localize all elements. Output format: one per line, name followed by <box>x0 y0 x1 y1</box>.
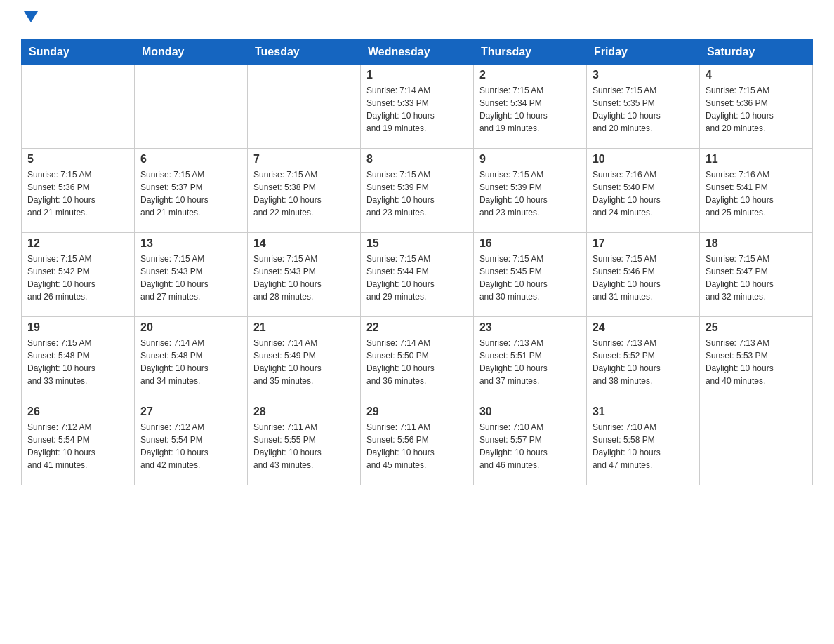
calendar-cell: 3Sunrise: 7:15 AMSunset: 5:35 PMDaylight… <box>586 65 699 149</box>
day-number: 9 <box>479 153 581 166</box>
calendar-cell: 31Sunrise: 7:10 AMSunset: 5:58 PMDayligh… <box>586 401 699 485</box>
day-number: 26 <box>27 405 128 418</box>
day-number: 18 <box>706 237 807 250</box>
day-number: 31 <box>593 405 694 418</box>
calendar-cell: 22Sunrise: 7:14 AMSunset: 5:50 PMDayligh… <box>360 317 473 401</box>
calendar-cell <box>134 65 247 149</box>
calendar-cell: 23Sunrise: 7:13 AMSunset: 5:51 PMDayligh… <box>473 317 586 401</box>
calendar-cell: 13Sunrise: 7:15 AMSunset: 5:43 PMDayligh… <box>134 233 247 317</box>
day-number: 7 <box>253 153 355 166</box>
day-info: Sunrise: 7:15 AMSunset: 5:43 PMDaylight:… <box>253 253 355 303</box>
day-info: Sunrise: 7:15 AMSunset: 5:47 PMDaylight:… <box>706 253 807 303</box>
day-info: Sunrise: 7:15 AMSunset: 5:38 PMDaylight:… <box>253 168 355 219</box>
day-info: Sunrise: 7:13 AMSunset: 5:53 PMDaylight:… <box>706 337 807 387</box>
day-info: Sunrise: 7:16 AMSunset: 5:40 PMDaylight:… <box>593 168 694 219</box>
day-number: 15 <box>366 237 468 250</box>
day-info: Sunrise: 7:15 AMSunset: 5:48 PMDaylight:… <box>27 337 128 387</box>
day-number: 16 <box>479 237 581 250</box>
day-info: Sunrise: 7:14 AMSunset: 5:48 PMDaylight:… <box>140 337 241 387</box>
day-info: Sunrise: 7:10 AMSunset: 5:58 PMDaylight:… <box>593 421 694 471</box>
weekday-header-thursday: Thursday <box>473 40 586 65</box>
day-number: 25 <box>706 321 807 334</box>
day-info: Sunrise: 7:13 AMSunset: 5:51 PMDaylight:… <box>479 337 581 387</box>
day-info: Sunrise: 7:15 AMSunset: 5:35 PMDaylight:… <box>593 84 694 135</box>
weekday-header-tuesday: Tuesday <box>247 40 360 65</box>
day-info: Sunrise: 7:15 AMSunset: 5:36 PMDaylight:… <box>706 84 807 135</box>
calendar-cell: 17Sunrise: 7:15 AMSunset: 5:46 PMDayligh… <box>586 233 699 317</box>
day-info: Sunrise: 7:15 AMSunset: 5:46 PMDaylight:… <box>593 253 694 303</box>
calendar-cell: 9Sunrise: 7:15 AMSunset: 5:39 PMDaylight… <box>473 149 586 233</box>
calendar-cell: 2Sunrise: 7:15 AMSunset: 5:34 PMDaylight… <box>473 65 586 149</box>
day-number: 11 <box>706 153 807 166</box>
day-info: Sunrise: 7:15 AMSunset: 5:34 PMDaylight:… <box>479 84 581 135</box>
day-info: Sunrise: 7:11 AMSunset: 5:56 PMDaylight:… <box>366 421 468 471</box>
day-info: Sunrise: 7:10 AMSunset: 5:57 PMDaylight:… <box>479 421 581 471</box>
day-info: Sunrise: 7:15 AMSunset: 5:39 PMDaylight:… <box>366 168 468 219</box>
calendar-cell <box>22 65 135 149</box>
calendar-cell: 18Sunrise: 7:15 AMSunset: 5:47 PMDayligh… <box>699 233 812 317</box>
calendar-cell: 14Sunrise: 7:15 AMSunset: 5:43 PMDayligh… <box>247 233 360 317</box>
day-number: 30 <box>479 405 581 418</box>
weekday-header-saturday: Saturday <box>699 40 812 65</box>
day-number: 8 <box>366 153 468 166</box>
logo <box>21 14 38 25</box>
day-number: 13 <box>140 237 241 250</box>
day-info: Sunrise: 7:13 AMSunset: 5:52 PMDaylight:… <box>593 337 694 387</box>
day-number: 19 <box>27 321 128 334</box>
day-number: 14 <box>253 237 355 250</box>
calendar-cell: 30Sunrise: 7:10 AMSunset: 5:57 PMDayligh… <box>473 401 586 485</box>
calendar-cell: 1Sunrise: 7:14 AMSunset: 5:33 PMDaylight… <box>360 65 473 149</box>
day-number: 27 <box>140 405 241 418</box>
weekday-header-wednesday: Wednesday <box>360 40 473 65</box>
day-info: Sunrise: 7:15 AMSunset: 5:45 PMDaylight:… <box>479 253 581 303</box>
calendar-cell: 7Sunrise: 7:15 AMSunset: 5:38 PMDaylight… <box>247 149 360 233</box>
day-number: 4 <box>706 69 807 81</box>
calendar-row-5: 26Sunrise: 7:12 AMSunset: 5:54 PMDayligh… <box>22 401 813 485</box>
day-info: Sunrise: 7:12 AMSunset: 5:54 PMDaylight:… <box>140 421 241 471</box>
weekday-header-friday: Friday <box>586 40 699 65</box>
calendar-cell: 10Sunrise: 7:16 AMSunset: 5:40 PMDayligh… <box>586 149 699 233</box>
day-number: 20 <box>140 321 241 334</box>
header <box>21 14 813 25</box>
calendar-row-3: 12Sunrise: 7:15 AMSunset: 5:42 PMDayligh… <box>22 233 813 317</box>
day-info: Sunrise: 7:15 AMSunset: 5:37 PMDaylight:… <box>140 168 241 219</box>
day-number: 6 <box>140 153 241 166</box>
calendar-cell: 8Sunrise: 7:15 AMSunset: 5:39 PMDaylight… <box>360 149 473 233</box>
calendar-cell: 21Sunrise: 7:14 AMSunset: 5:49 PMDayligh… <box>247 317 360 401</box>
day-number: 28 <box>253 405 355 418</box>
calendar-cell: 28Sunrise: 7:11 AMSunset: 5:55 PMDayligh… <box>247 401 360 485</box>
day-info: Sunrise: 7:14 AMSunset: 5:50 PMDaylight:… <box>366 337 468 387</box>
logo-triangle-icon <box>24 11 38 22</box>
day-info: Sunrise: 7:15 AMSunset: 5:44 PMDaylight:… <box>366 253 468 303</box>
day-info: Sunrise: 7:14 AMSunset: 5:49 PMDaylight:… <box>253 337 355 387</box>
day-info: Sunrise: 7:14 AMSunset: 5:33 PMDaylight:… <box>366 84 468 135</box>
calendar-row-1: 1Sunrise: 7:14 AMSunset: 5:33 PMDaylight… <box>22 65 813 149</box>
calendar-cell: 16Sunrise: 7:15 AMSunset: 5:45 PMDayligh… <box>473 233 586 317</box>
day-number: 10 <box>593 153 694 166</box>
calendar-cell: 15Sunrise: 7:15 AMSunset: 5:44 PMDayligh… <box>360 233 473 317</box>
day-number: 21 <box>253 321 355 334</box>
day-number: 24 <box>593 321 694 334</box>
calendar-cell: 26Sunrise: 7:12 AMSunset: 5:54 PMDayligh… <box>22 401 135 485</box>
calendar-cell: 11Sunrise: 7:16 AMSunset: 5:41 PMDayligh… <box>699 149 812 233</box>
day-number: 29 <box>366 405 468 418</box>
day-number: 12 <box>27 237 128 250</box>
calendar-cell: 6Sunrise: 7:15 AMSunset: 5:37 PMDaylight… <box>134 149 247 233</box>
day-info: Sunrise: 7:15 AMSunset: 5:39 PMDaylight:… <box>479 168 581 219</box>
day-info: Sunrise: 7:16 AMSunset: 5:41 PMDaylight:… <box>706 168 807 219</box>
day-info: Sunrise: 7:11 AMSunset: 5:55 PMDaylight:… <box>253 421 355 471</box>
calendar-cell: 4Sunrise: 7:15 AMSunset: 5:36 PMDaylight… <box>699 65 812 149</box>
calendar-cell: 25Sunrise: 7:13 AMSunset: 5:53 PMDayligh… <box>699 317 812 401</box>
day-number: 23 <box>479 321 581 334</box>
day-number: 2 <box>479 69 581 81</box>
day-number: 17 <box>593 237 694 250</box>
day-number: 22 <box>366 321 468 334</box>
weekday-header-row: SundayMondayTuesdayWednesdayThursdayFrid… <box>22 40 813 65</box>
calendar-row-2: 5Sunrise: 7:15 AMSunset: 5:36 PMDaylight… <box>22 149 813 233</box>
calendar-cell: 29Sunrise: 7:11 AMSunset: 5:56 PMDayligh… <box>360 401 473 485</box>
day-info: Sunrise: 7:15 AMSunset: 5:42 PMDaylight:… <box>27 253 128 303</box>
calendar-cell: 12Sunrise: 7:15 AMSunset: 5:42 PMDayligh… <box>22 233 135 317</box>
weekday-header-monday: Monday <box>134 40 247 65</box>
calendar-cell: 27Sunrise: 7:12 AMSunset: 5:54 PMDayligh… <box>134 401 247 485</box>
calendar-cell: 24Sunrise: 7:13 AMSunset: 5:52 PMDayligh… <box>586 317 699 401</box>
